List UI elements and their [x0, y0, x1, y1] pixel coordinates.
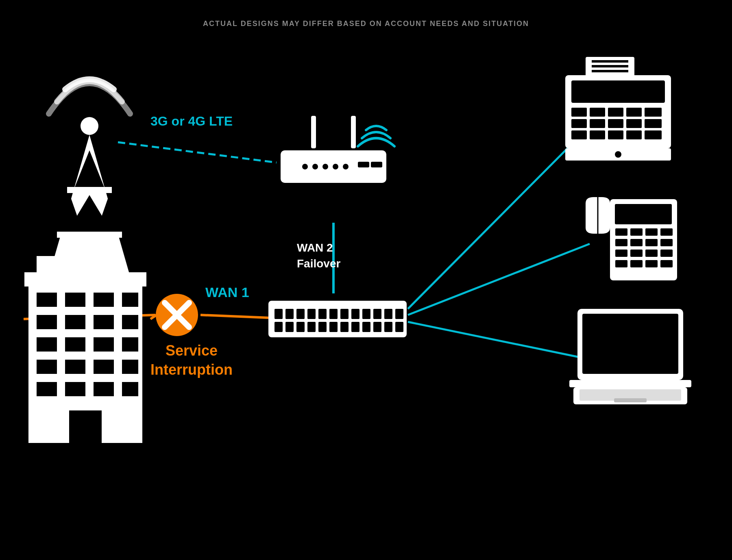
svg-point-24: [343, 164, 349, 169]
svg-rect-68: [274, 322, 283, 332]
svg-rect-18: [351, 116, 356, 148]
disclaimer-text: ACTUAL DESIGNS MAY DIFFER BASED ON ACCOU…: [203, 20, 529, 28]
svg-rect-107: [645, 228, 658, 236]
svg-rect-26: [371, 162, 382, 167]
svg-rect-44: [37, 382, 57, 396]
svg-rect-66: [384, 309, 392, 319]
svg-rect-113: [615, 250, 627, 257]
svg-rect-109: [615, 239, 627, 246]
svg-rect-41: [65, 360, 85, 374]
svg-line-6: [408, 244, 590, 315]
svg-rect-118: [630, 260, 643, 267]
svg-rect-35: [122, 315, 138, 329]
cash-register-icon: [561, 57, 675, 163]
svg-rect-88: [608, 108, 623, 117]
svg-rect-70: [296, 322, 305, 332]
svg-rect-114: [630, 250, 643, 257]
svg-rect-31: [122, 293, 138, 307]
svg-rect-43: [122, 360, 138, 374]
svg-rect-116: [660, 250, 673, 257]
svg-rect-49: [24, 272, 146, 287]
svg-rect-100: [645, 130, 662, 139]
svg-rect-17: [311, 116, 316, 148]
svg-rect-72: [318, 322, 327, 332]
svg-rect-34: [94, 315, 114, 329]
svg-rect-89: [626, 108, 642, 117]
svg-rect-14: [67, 187, 112, 193]
svg-rect-39: [122, 337, 138, 352]
svg-rect-106: [630, 228, 643, 236]
svg-rect-79: [395, 322, 403, 332]
svg-rect-92: [590, 119, 605, 128]
wan1-label: WAN 1: [205, 284, 249, 300]
wireless-router-icon: [268, 114, 399, 219]
diagram-container: ACTUAL DESIGNS MAY DIFFER BASED ON ACCOU…: [0, 0, 732, 560]
svg-rect-123: [569, 380, 691, 387]
svg-rect-108: [660, 228, 673, 236]
svg-rect-48: [69, 410, 102, 443]
svg-rect-57: [285, 309, 294, 319]
svg-rect-94: [626, 119, 642, 128]
svg-rect-98: [608, 130, 623, 139]
svg-rect-45: [65, 382, 85, 396]
svg-rect-95: [645, 119, 662, 128]
svg-rect-104: [615, 204, 672, 224]
svg-rect-61: [329, 309, 338, 319]
svg-rect-75: [351, 322, 359, 332]
svg-rect-40: [37, 360, 57, 374]
svg-rect-28: [37, 293, 57, 307]
svg-point-102: [615, 151, 621, 158]
svg-rect-81: [592, 60, 628, 63]
svg-marker-10: [73, 150, 106, 191]
svg-rect-62: [340, 309, 349, 319]
svg-rect-111: [645, 239, 658, 246]
svg-rect-47: [122, 382, 138, 396]
svg-rect-86: [571, 108, 587, 117]
svg-rect-51: [73, 260, 94, 274]
svg-rect-50: [37, 256, 61, 274]
svg-rect-36: [37, 337, 57, 352]
svg-rect-93: [608, 119, 623, 128]
svg-point-8: [81, 117, 98, 135]
svg-rect-126: [614, 398, 647, 402]
svg-rect-60: [318, 309, 327, 319]
svg-point-21: [312, 164, 318, 169]
svg-rect-99: [626, 130, 642, 139]
svg-rect-77: [373, 322, 381, 332]
svg-rect-85: [571, 80, 665, 103]
svg-rect-87: [590, 108, 605, 117]
svg-rect-91: [571, 119, 587, 128]
svg-rect-78: [384, 322, 392, 332]
svg-rect-115: [645, 250, 658, 257]
connection-type-label: 3G or 4G LTE: [150, 114, 233, 129]
svg-rect-64: [362, 309, 370, 319]
svg-rect-82: [592, 65, 628, 67]
wan2-failover-label: WAN 2 Failover: [297, 240, 340, 271]
svg-rect-110: [630, 239, 643, 246]
svg-rect-83: [592, 70, 628, 72]
svg-rect-117: [615, 260, 627, 267]
svg-rect-73: [329, 322, 338, 332]
network-switch-icon: [268, 293, 407, 345]
svg-line-7: [408, 322, 582, 358]
svg-rect-90: [645, 108, 662, 117]
svg-rect-105: [615, 228, 627, 236]
svg-rect-32: [37, 315, 57, 329]
svg-rect-58: [296, 309, 305, 319]
ip-phone-icon: [577, 195, 683, 284]
svg-rect-67: [395, 309, 403, 319]
svg-rect-119: [645, 260, 658, 267]
svg-rect-29: [65, 293, 85, 307]
svg-rect-112: [660, 239, 673, 246]
laptop-icon: [569, 309, 691, 406]
svg-rect-96: [571, 130, 587, 139]
svg-rect-59: [307, 309, 316, 319]
svg-rect-56: [274, 309, 283, 319]
svg-rect-42: [94, 360, 114, 374]
svg-rect-122: [582, 314, 678, 374]
svg-rect-30: [94, 293, 114, 307]
building-icon: [24, 252, 146, 447]
svg-rect-65: [373, 309, 381, 319]
svg-rect-46: [94, 382, 114, 396]
service-interruption-label: Service Interruption: [150, 341, 233, 380]
